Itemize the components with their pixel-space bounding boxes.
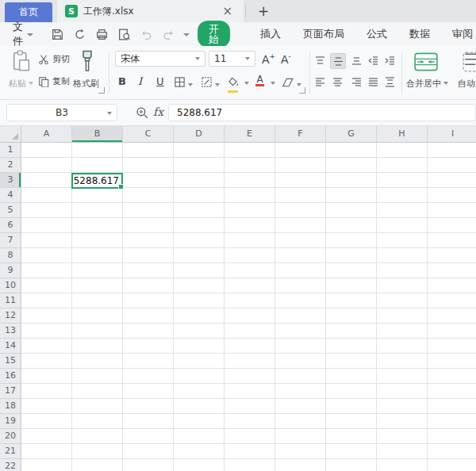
cell-A19[interactable] <box>21 414 72 429</box>
cell-E20[interactable] <box>225 429 275 444</box>
cell-B5[interactable] <box>72 203 123 218</box>
row-header-21[interactable]: 21 <box>0 444 21 459</box>
cell-E3[interactable] <box>225 173 275 188</box>
cell-H16[interactable] <box>377 369 428 384</box>
ribbon-tab-审阅[interactable]: 审阅 <box>452 27 473 41</box>
cell-E14[interactable] <box>225 339 275 354</box>
cell-A3[interactable] <box>21 173 72 188</box>
decrease-indent-icon[interactable] <box>366 53 380 67</box>
cell-H19[interactable] <box>377 414 428 429</box>
cell-E15[interactable] <box>225 354 275 369</box>
row-header-19[interactable]: 19 <box>0 414 21 429</box>
cell-C8[interactable] <box>123 248 174 263</box>
cell-B13[interactable] <box>72 324 123 339</box>
cell-D4[interactable] <box>174 188 225 203</box>
font-name-select[interactable]: 宋体 <box>115 51 205 67</box>
undo-icon[interactable] <box>140 28 153 41</box>
cell-D12[interactable] <box>174 308 225 324</box>
cell-H10[interactable] <box>377 278 428 293</box>
cell-A7[interactable] <box>21 233 72 248</box>
cell-H1[interactable] <box>377 143 428 158</box>
cell-D14[interactable] <box>174 339 225 354</box>
cell-G18[interactable] <box>326 399 377 414</box>
cell-H6[interactable] <box>377 218 428 233</box>
paste-button[interactable] <box>11 50 32 75</box>
row-header-17[interactable]: 17 <box>0 384 21 399</box>
cell-H4[interactable] <box>377 188 428 203</box>
cell-F4[interactable] <box>275 188 326 203</box>
align-left-icon[interactable] <box>313 75 327 89</box>
row-header-8[interactable]: 8 <box>0 248 21 263</box>
cell-F1[interactable] <box>275 143 326 158</box>
redo-icon[interactable] <box>162 28 175 41</box>
column-header-I[interactable]: I <box>428 126 476 143</box>
cell-H2[interactable] <box>377 158 428 173</box>
cell-C14[interactable] <box>123 339 174 354</box>
cell-E4[interactable] <box>225 188 275 203</box>
cell-H14[interactable] <box>377 339 428 354</box>
cell-B15[interactable] <box>72 354 123 369</box>
cell-H12[interactable] <box>377 308 428 324</box>
column-header-A[interactable]: A <box>21 126 72 143</box>
cell-A14[interactable] <box>21 339 72 354</box>
cell-F14[interactable] <box>275 339 326 354</box>
cell-I11[interactable] <box>428 293 476 308</box>
selected-cell-b3[interactable]: 5288.617 <box>71 173 123 189</box>
merge-center-label-row[interactable]: 合并居中 <box>406 78 448 90</box>
cell-I20[interactable] <box>428 429 476 444</box>
ribbon-tab-开始[interactable]: 开始 <box>198 21 230 48</box>
cell-A1[interactable] <box>21 143 72 158</box>
distributed-align-icon[interactable] <box>382 75 397 89</box>
dropdown-arrow-icon[interactable] <box>244 82 249 85</box>
cell-G11[interactable] <box>326 293 377 308</box>
cell-A4[interactable] <box>21 188 72 203</box>
cell-E10[interactable] <box>225 278 275 293</box>
cell-I5[interactable] <box>428 203 476 218</box>
cell-I22[interactable] <box>428 459 476 471</box>
cell-C18[interactable] <box>123 399 174 414</box>
cell-C10[interactable] <box>123 278 174 293</box>
cell-C22[interactable] <box>123 459 174 471</box>
cell-F15[interactable] <box>275 354 326 369</box>
fill-color-button[interactable] <box>228 75 240 93</box>
row-header-22[interactable]: 22 <box>0 459 21 471</box>
decrease-font-button[interactable]: A- <box>281 52 291 66</box>
row-header-14[interactable]: 14 <box>0 339 21 354</box>
cell-G15[interactable] <box>326 354 377 369</box>
home-tab[interactable]: 首页 <box>5 2 52 22</box>
cell-H7[interactable] <box>377 233 428 248</box>
cell-B21[interactable] <box>72 444 123 459</box>
cell-B7[interactable] <box>72 233 123 248</box>
cell-B12[interactable] <box>72 308 123 324</box>
wrap-text-label[interactable]: 自动换行 <box>458 78 476 90</box>
cell-H13[interactable] <box>377 324 428 339</box>
cell-I18[interactable] <box>428 399 476 414</box>
cell-G14[interactable] <box>326 339 377 354</box>
borders-button[interactable] <box>174 76 193 91</box>
print-preview-icon[interactable] <box>117 28 131 41</box>
font-color-button[interactable]: A <box>255 75 264 86</box>
cell-F5[interactable] <box>275 203 326 218</box>
cell-A6[interactable] <box>21 218 72 233</box>
cell-C1[interactable] <box>123 143 174 158</box>
align-center-icon[interactable] <box>330 75 344 89</box>
cell-F16[interactable] <box>275 369 326 384</box>
copy-button[interactable]: 复制 <box>38 75 70 87</box>
cell-E7[interactable] <box>225 233 275 248</box>
cell-G19[interactable] <box>326 414 377 429</box>
export-icon[interactable] <box>73 28 86 41</box>
cell-G5[interactable] <box>326 203 377 218</box>
cell-A21[interactable] <box>21 444 72 459</box>
ribbon-tab-公式[interactable]: 公式 <box>367 27 387 41</box>
column-header-D[interactable]: D <box>174 126 225 143</box>
dropdown-arrow-icon[interactable] <box>271 82 275 85</box>
cell-E21[interactable] <box>225 444 275 459</box>
cell-G1[interactable] <box>326 143 377 158</box>
cell-D8[interactable] <box>174 248 225 263</box>
select-all-corner[interactable] <box>0 126 21 143</box>
cell-A9[interactable] <box>21 263 72 278</box>
more-commands-icon[interactable] <box>183 33 190 36</box>
cell-C19[interactable] <box>123 414 174 429</box>
align-right-icon[interactable] <box>349 75 363 89</box>
format-painter-button[interactable] <box>75 49 99 78</box>
